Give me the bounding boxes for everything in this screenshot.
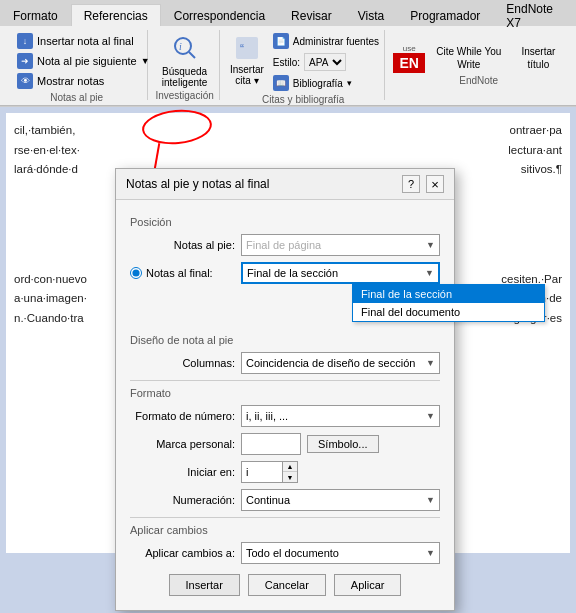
- notas-final-select[interactable]: Final de la sección ▼: [241, 262, 440, 284]
- numero-format-label: Formato de número:: [130, 410, 235, 422]
- tab-programador[interactable]: Programador: [397, 4, 493, 26]
- dialog-notas-al-pie: Notas al pie y notas al final ? × Posici…: [115, 168, 455, 611]
- nota-pie-siguiente-icon: ➜: [17, 53, 33, 69]
- ribbon: Formato Referencias Correspondencia Revi…: [0, 0, 576, 107]
- ribbon-group-notas-pie: ↓ Insertar nota al final ➜ Nota al pie s…: [6, 30, 148, 100]
- endnote-content: use EN Cite While You Write Insertar tít…: [393, 44, 564, 74]
- aplicar-cambios-value: Todo el documento: [246, 547, 339, 559]
- notas-pie-label: Notas al pie:: [130, 239, 235, 251]
- estilo-select[interactable]: APA: [304, 53, 346, 71]
- insertar-nota-final-icon: ↓: [17, 33, 33, 49]
- insertar-cita-label: Insertarcita ▾: [230, 64, 264, 86]
- btn-insertar-titulo[interactable]: Insertar título: [513, 45, 564, 71]
- aplicar-cambios-row: Aplicar cambios a: Todo el documento ▼: [130, 542, 440, 564]
- spinner-buttons: ▲ ▼: [282, 462, 297, 482]
- investigacion-group-label: Investigación: [155, 90, 213, 101]
- notas-final-label-text: Notas al final:: [146, 267, 213, 279]
- dropdown-item-final-documento[interactable]: Final del documento: [353, 303, 544, 321]
- aplicar-cambios-select[interactable]: Todo el documento ▼: [241, 542, 440, 564]
- svg-line-2: [189, 52, 195, 58]
- simbolo-btn[interactable]: Símbolo...: [307, 435, 379, 453]
- btn-insertar-cita[interactable]: “ Insertarcita ▾: [230, 32, 264, 86]
- svg-text:“: “: [240, 42, 244, 56]
- apply-btn[interactable]: Aplicar: [334, 574, 402, 596]
- notas-pie-select[interactable]: Final de página ▼: [241, 234, 440, 256]
- notas-pie-items: ↓ Insertar nota al final ➜ Nota al pie s…: [14, 32, 139, 90]
- ribbon-group-citas: “ Insertarcita ▾ 📄 Administrar fuentes E…: [222, 30, 386, 100]
- numeracion-select[interactable]: Continua ▼: [241, 489, 440, 511]
- position-section-label: Posición: [130, 216, 440, 228]
- apply-divider: [130, 517, 440, 518]
- marca-personal-label: Marca personal:: [130, 438, 235, 450]
- administrar-icon: 📄: [273, 33, 289, 49]
- btn-bibliografia[interactable]: 📖 Bibliografía ▾: [270, 74, 382, 92]
- notas-final-select-wrapper: Final de la sección ▼ Final de la secció…: [241, 262, 440, 284]
- tab-referencias[interactable]: Referencias: [71, 4, 161, 26]
- notas-final-radio[interactable]: [130, 267, 142, 279]
- dialog-titlebar: Notas al pie y notas al final ? ×: [116, 169, 454, 200]
- doc-text-left: cil,·también, rse·en·el·tex· lará·dónde·…: [14, 121, 87, 328]
- estilo-row: Estilo: APA: [270, 52, 382, 72]
- format-section-label: Formato: [130, 387, 440, 399]
- btn-nota-pie-siguiente[interactable]: ➜ Nota al pie siguiente ▼: [14, 52, 139, 70]
- ribbon-tab-bar: Formato Referencias Correspondencia Revi…: [0, 0, 576, 26]
- tab-correspondencia[interactable]: Correspondencia: [161, 4, 278, 26]
- btn-insertar-nota-final[interactable]: ↓ Insertar nota al final: [14, 32, 139, 50]
- busqueda-label: Búsquedainteligente: [162, 66, 208, 88]
- notas-final-arrow: ▼: [425, 268, 434, 278]
- notas-final-radio-label: Notas al final:: [130, 267, 235, 279]
- numero-format-select[interactable]: i, ii, iii, ... ▼: [241, 405, 440, 427]
- cite-while-write-btn[interactable]: Cite While You Write: [429, 45, 509, 71]
- columnas-select[interactable]: Coincidencia de diseño de sección ▼: [241, 352, 440, 374]
- numeracion-arrow: ▼: [426, 495, 435, 505]
- ribbon-group-investigacion: i Búsquedainteligente Investigación: [150, 30, 220, 100]
- numeracion-row: Numeración: Continua ▼: [130, 489, 440, 511]
- tab-formato[interactable]: Formato: [0, 4, 71, 26]
- iniciar-en-label: Iniciar en:: [130, 466, 235, 478]
- dialog-help-btn[interactable]: ?: [402, 175, 420, 193]
- numero-format-value: i, ii, iii, ...: [246, 410, 288, 422]
- btn-administrar-fuentes[interactable]: 📄 Administrar fuentes: [270, 32, 382, 50]
- dialog-title: Notas al pie y notas al final: [126, 177, 269, 191]
- numero-format-row: Formato de número: i, ii, iii, ... ▼: [130, 405, 440, 427]
- citas-group-label: Citas y bibliografía: [262, 94, 344, 105]
- iniciar-en-row: Iniciar en: ▲ ▼: [130, 461, 440, 483]
- dialog-close-btn[interactable]: ×: [426, 175, 444, 193]
- columnas-row: Columnas: Coincidencia de diseño de secc…: [130, 352, 440, 374]
- format-divider: [130, 380, 440, 381]
- bibliografia-icon: 📖: [273, 75, 289, 91]
- dropdown-item-final-seccion[interactable]: Final de la sección: [353, 285, 544, 303]
- btn-mostrar-notas[interactable]: 👁 Mostrar notas: [14, 72, 139, 90]
- apply-section-label: Aplicar cambios: [130, 524, 440, 536]
- endnote-group-label: EndNote: [459, 75, 498, 86]
- citas-content: “ Insertarcita ▾ 📄 Administrar fuentes E…: [230, 32, 377, 92]
- dialog-action-buttons: Insertar Cancelar Aplicar: [130, 574, 440, 600]
- insert-btn[interactable]: Insertar: [169, 574, 240, 596]
- btn-busqueda-inteligente[interactable]: i Búsquedainteligente: [160, 32, 210, 88]
- citas-right-col: 📄 Administrar fuentes Estilo: APA 📖 Bibl…: [270, 32, 382, 92]
- iniciar-en-input[interactable]: [242, 465, 282, 479]
- insertar-cita-icon: “: [231, 32, 263, 64]
- svg-text:i: i: [179, 41, 182, 52]
- cancel-btn[interactable]: Cancelar: [248, 574, 326, 596]
- tab-revisar[interactable]: Revisar: [278, 4, 345, 26]
- marca-personal-row: Marca personal: Símbolo...: [130, 433, 440, 455]
- notas-pie-arrow: ▼: [426, 240, 435, 250]
- tab-vista[interactable]: Vista: [345, 4, 397, 26]
- notas-final-dropdown: Final de la sección Final del documento: [352, 284, 545, 322]
- notas-pie-value: Final de página: [246, 239, 321, 251]
- notas-pie-group-label: Notas al pie: [50, 92, 103, 103]
- svg-point-0: [175, 38, 191, 54]
- spinner-down-btn[interactable]: ▼: [283, 472, 297, 482]
- design-section-label: Diseño de nota al pie: [130, 334, 440, 346]
- aplicar-cambios-arrow: ▼: [426, 548, 435, 558]
- spinner-up-btn[interactable]: ▲: [283, 462, 297, 472]
- dialog-controls: ? ×: [402, 175, 444, 193]
- notas-final-row: Notas al final: Final de la sección ▼ Fi…: [130, 262, 440, 284]
- endnote-en-badge: use EN: [393, 44, 424, 74]
- columnas-label: Columnas:: [130, 357, 235, 369]
- tab-endnote[interactable]: EndNote X7: [493, 4, 576, 26]
- marca-personal-input[interactable]: [241, 433, 301, 455]
- aplicar-cambios-label: Aplicar cambios a:: [130, 547, 235, 559]
- numeracion-value: Continua: [246, 494, 290, 506]
